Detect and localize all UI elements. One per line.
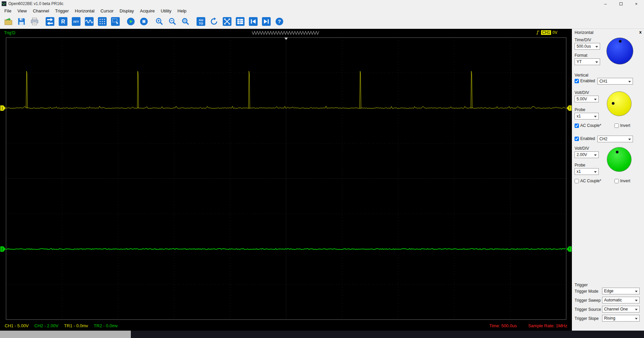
minimize-button[interactable]: – <box>598 0 613 7</box>
help-icon: ? <box>275 17 284 26</box>
help-button[interactable]: ? <box>274 16 284 27</box>
menu-display[interactable]: Display <box>117 7 137 14</box>
svg-text:FFT: FFT <box>73 20 79 23</box>
trigger-source-select[interactable]: Channel One <box>602 306 640 312</box>
ch1-enabled-label: Enabled <box>580 79 595 83</box>
timediv-select[interactable]: 500.0us <box>575 43 600 50</box>
scope-graticule[interactable]: 12TT <box>0 37 572 321</box>
ch2-probe-select[interactable]: x1 <box>575 168 599 175</box>
ch2-invert-checkbox[interactable] <box>614 179 619 183</box>
fullscreen-button[interactable] <box>222 16 232 27</box>
zoom-window-button[interactable] <box>180 16 191 27</box>
open-folder-icon <box>4 17 13 26</box>
ch2-ac-couple-row: AC Couple* <box>575 179 601 183</box>
ch1-ac-couple-label: AC Couple* <box>580 123 601 128</box>
trigger-indicator: CH1 0V <box>536 30 557 35</box>
menu-help[interactable]: Help <box>174 7 190 14</box>
dots-icon <box>98 17 107 26</box>
status-tr1-level: TR1 - 0.0mv <box>64 323 88 328</box>
swap-arrows-icon <box>46 17 54 26</box>
ch2-ac-couple-label: AC Couple* <box>580 179 601 183</box>
close-button[interactable]: × <box>629 0 644 7</box>
selection-button[interactable] <box>110 16 120 27</box>
status-tr2-level: TR2 - 0.0mv <box>94 323 118 328</box>
format-select[interactable]: YT <box>575 58 600 65</box>
refresh-button[interactable] <box>209 16 219 27</box>
trigger-section-title: Trigger <box>575 283 588 287</box>
ch1-voltdiv-select[interactable]: 5.00V <box>575 96 599 102</box>
menu-channel[interactable]: Channel <box>30 7 52 14</box>
ch2-voltdiv-select[interactable]: 2.00V <box>575 151 599 158</box>
ch1-probe-select[interactable]: x1 <box>575 113 599 119</box>
menu-file[interactable]: File <box>1 7 14 14</box>
measure-table-button[interactable] <box>235 16 245 27</box>
minimize-icon: – <box>604 1 606 6</box>
menu-acquire[interactable]: Acquire <box>137 7 158 14</box>
ch2-ac-couple-checkbox[interactable] <box>575 179 579 183</box>
menu-utility[interactable]: Utility <box>158 7 174 14</box>
next-frame-button[interactable] <box>261 16 271 27</box>
horizontal-section-title: Horizontal <box>575 30 593 35</box>
sample-display-button[interactable] <box>97 16 107 27</box>
svg-text:R: R <box>61 18 65 25</box>
save-button[interactable] <box>16 16 26 27</box>
menu-trigger[interactable]: Trigger <box>52 7 72 14</box>
zoom-out-button[interactable] <box>167 16 177 27</box>
zoom-out-icon <box>168 17 177 26</box>
swap-channels-button[interactable] <box>45 16 55 27</box>
open-button[interactable] <box>3 16 13 27</box>
ch2-enabled-checkbox[interactable] <box>575 137 579 141</box>
waveform-mode-button[interactable] <box>84 16 94 27</box>
previous-frame-button[interactable] <box>248 16 258 27</box>
title-bar: Open6022BE v1.0 beta PR16c – × <box>0 0 644 7</box>
zoom-in-button[interactable] <box>154 16 164 27</box>
ch2-enabled-row: Enabled <box>575 136 595 141</box>
panel-close-button[interactable]: x <box>639 30 642 35</box>
scope-display: Trig'D CH1 0V 12TT CH1 - 5.00V CH2 - 2.0… <box>0 29 572 331</box>
window-title: Open6022BE v1.0 beta PR16c <box>8 1 63 6</box>
trigger-channel-badge: CH1 <box>541 30 551 35</box>
status-timebase: Time: 500.0us <box>489 323 517 328</box>
stop-button[interactable] <box>139 16 149 27</box>
horizontal-knob[interactable] <box>606 38 633 64</box>
menu-horizontal[interactable]: Horizontal <box>72 7 98 14</box>
trigger-sweep-label: Trigger Sweep <box>575 298 601 303</box>
knob-indicator-dot <box>616 151 619 153</box>
menu-view[interactable]: View <box>14 7 30 14</box>
trigger-mode-select[interactable]: Edge <box>602 288 640 294</box>
knob-indicator-dot <box>612 102 614 105</box>
ch2-channel-select[interactable]: CH2 <box>597 136 633 142</box>
ch1-channel-select[interactable]: CH1 <box>597 78 633 85</box>
control-panel: x Horizontal Time/DIV 500.0us Format YT … <box>572 29 644 331</box>
ch1-enabled-checkbox[interactable] <box>575 79 579 83</box>
print-button[interactable] <box>30 16 40 27</box>
svg-text:T: T <box>569 247 571 251</box>
format-label: Format <box>575 53 587 58</box>
start-button[interactable] <box>126 16 136 27</box>
maximize-button[interactable] <box>613 0 629 7</box>
taskbar-app-window[interactable] <box>0 331 131 338</box>
reference-icon: R <box>59 17 67 26</box>
save-floppy-icon <box>17 17 26 26</box>
ch1-invert-checkbox[interactable] <box>614 124 619 128</box>
ch1-invert-row: Invert <box>614 123 630 128</box>
ch2-enabled-label: Enabled <box>580 136 595 141</box>
svg-text:TO: TO <box>199 22 203 25</box>
fft-button[interactable]: FFT <box>71 16 81 27</box>
trigger-slope-select[interactable]: Rising <box>602 315 640 322</box>
autoset-button[interactable]: AUTO <box>196 16 206 27</box>
ch1-ac-couple-checkbox[interactable] <box>575 124 579 128</box>
knob-indicator-dot <box>619 40 622 43</box>
ch1-voltdiv-knob[interactable] <box>607 91 632 116</box>
menu-cursor[interactable]: Cursor <box>98 7 117 14</box>
sine-wave-icon <box>85 17 94 26</box>
trigger-status: Trig'D <box>4 30 15 35</box>
ch2-voltdiv-knob[interactable] <box>607 147 632 172</box>
trigger-sweep-select[interactable]: Automatic <box>602 297 640 303</box>
ch1-invert-label: Invert <box>620 123 630 128</box>
status-sample-rate: Sample Rate: 1MHz <box>528 323 567 328</box>
trigger-position-preview[interactable] <box>252 31 320 35</box>
trigger-slope-label: Trigger Slope <box>575 316 599 321</box>
scope-status-bar: CH1 - 5.00V CH2 - 2.00V TR1 - 0.0mv TR2 … <box>0 321 572 331</box>
reference-button[interactable]: R <box>58 16 68 27</box>
